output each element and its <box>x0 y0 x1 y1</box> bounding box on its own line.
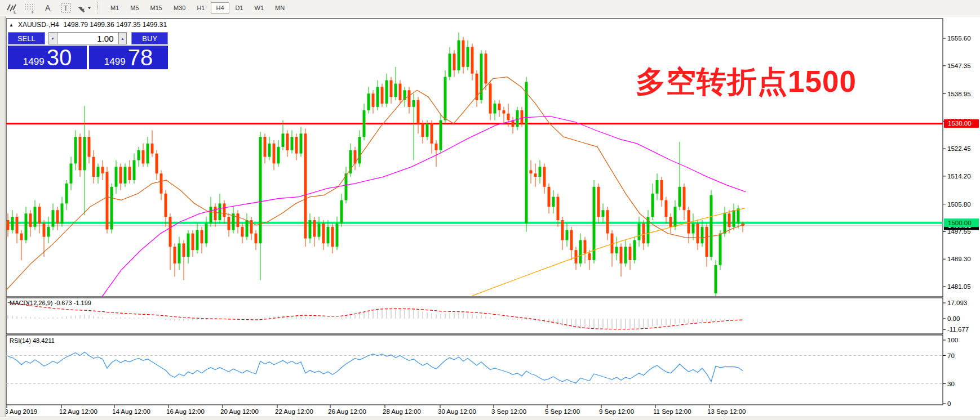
rsi-tick: 70 <box>947 352 955 359</box>
grid-properties-f-icon[interactable]: F <box>23 2 37 14</box>
text-select-icon[interactable]: T <box>59 2 73 14</box>
rsi-tick: 100 <box>947 337 958 343</box>
chart-header: ▲ XAUUSD-,H4 1498.79 1499.36 1497.35 149… <box>9 21 167 29</box>
rsi-tick: 30 <box>947 381 955 387</box>
svg-text:E: E <box>14 10 16 14</box>
timeframe-button-m15[interactable]: M15 <box>145 2 167 14</box>
date-tick: 12 Aug 12:00 <box>59 408 97 415</box>
text-label-icon[interactable]: A <box>41 2 55 14</box>
timeframe-button-mn[interactable]: MN <box>270 2 290 14</box>
volume-decrease-button[interactable]: ▼ <box>48 32 57 44</box>
buy-price-major: 1499 <box>104 56 126 68</box>
date-tick: 30 Aug 12:00 <box>438 408 476 415</box>
one-click-trade-panel: SELL ▼ ▲ BUY 1499 30 1499 78 <box>8 32 168 69</box>
sell-price-display[interactable]: 1499 30 <box>8 46 87 69</box>
timeframe-button-h4[interactable]: H4 <box>211 2 229 14</box>
sell-price-major: 1499 <box>23 56 45 68</box>
status-bar <box>0 417 980 420</box>
date-tick: 3 Sep 12:00 <box>491 408 526 415</box>
symbol-label: XAUUSD-,H4 <box>18 21 59 29</box>
buy-button[interactable]: BUY <box>131 32 168 44</box>
price-tick: 1514.20 <box>947 173 971 180</box>
rsi-tick: 0 <box>947 400 951 407</box>
collapse-arrow-icon[interactable]: ▲ <box>9 23 14 28</box>
price-tick: 1505.80 <box>947 201 971 208</box>
macd-tick: 17.093 <box>947 300 967 306</box>
cycle-arrows-icon[interactable] <box>77 2 91 14</box>
toolbar: EFAT M1M5M15M30H1H4D1W1MN <box>0 0 980 16</box>
timeframe-button-m5[interactable]: M5 <box>125 2 144 14</box>
svg-text:1500.00: 1500.00 <box>948 220 972 226</box>
ohlc-values: 1498.79 1499.36 1497.35 1499.31 <box>64 21 167 29</box>
macd-tick: 0.00 <box>947 315 960 322</box>
date-tick: 11 Sep 12:00 <box>653 408 691 415</box>
axis-label-1530.00: 1530.00 <box>944 119 979 128</box>
price-tick: 1481.05 <box>947 283 971 290</box>
macd-tick: -11.677 <box>947 326 969 333</box>
svg-text:T: T <box>64 5 68 12</box>
date-tick: 20 Aug 12:00 <box>220 408 259 415</box>
toolbar-separator <box>97 2 102 14</box>
window-left-edge <box>0 16 6 417</box>
date-tick: 14 Aug 12:00 <box>112 408 150 415</box>
timeframe-button-d1[interactable]: D1 <box>230 2 249 14</box>
date-tick: 16 Aug 12:00 <box>166 408 205 415</box>
volume-input[interactable] <box>57 32 118 44</box>
svg-text:A: A <box>45 3 51 12</box>
sell-price-pips: 30 <box>47 45 72 70</box>
date-tick: 22 Aug 12:00 <box>275 408 313 415</box>
timeframe-button-w1[interactable]: W1 <box>250 2 269 14</box>
price-tick: 1547.35 <box>947 62 971 69</box>
svg-text:1530.00: 1530.00 <box>948 120 972 127</box>
date-tick: 28 Aug 12:00 <box>383 408 421 415</box>
price-tick: 1555.60 <box>947 35 971 42</box>
timeframe-button-m30[interactable]: M30 <box>168 2 190 14</box>
axis-label-1500.00: 1500.00 <box>944 218 979 227</box>
timeframe-button-h1[interactable]: H1 <box>192 2 210 14</box>
date-tick: 8 Aug 2019 <box>5 408 37 415</box>
date-tick: 5 Sep 12:00 <box>545 408 580 415</box>
rsi-label: RSI(14) 48.4211 <box>10 337 55 344</box>
mt4-terminal: MACD(12,26,9) -0.673 -1.199RSI(14) 48.42… <box>0 0 980 420</box>
timeframe-button-m1[interactable]: M1 <box>105 2 124 14</box>
volume-increase-button[interactable]: ▲ <box>118 32 127 44</box>
buy-price-pips: 78 <box>128 45 153 70</box>
svg-text:F: F <box>32 10 34 14</box>
chart-annotation-text: 多空转折点1500 <box>636 66 857 96</box>
date-tick: 13 Sep 12:00 <box>707 408 746 415</box>
date-tick: 9 Sep 12:00 <box>599 408 634 415</box>
sell-button[interactable]: SELL <box>8 32 45 44</box>
chart-pattern-e-icon[interactable]: E <box>5 2 19 14</box>
price-tick: 1522.45 <box>947 145 971 152</box>
price-tick: 1538.95 <box>947 91 971 97</box>
price-tick: 1489.30 <box>947 256 971 262</box>
macd-label: MACD(12,26,9) -0.673 -1.199 <box>10 300 91 306</box>
buy-price-display[interactable]: 1499 78 <box>89 46 168 69</box>
date-tick: 26 Aug 12:00 <box>328 408 366 415</box>
